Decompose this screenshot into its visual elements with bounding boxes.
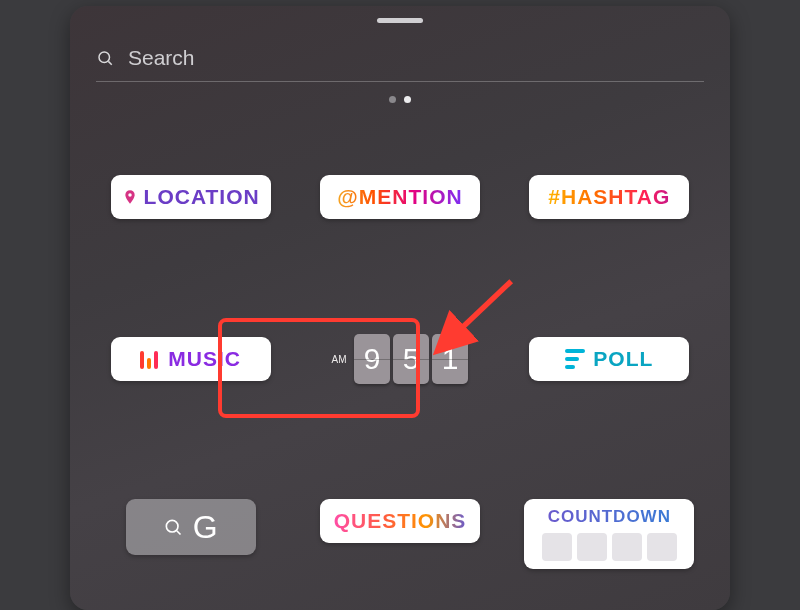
page-dot-1[interactable] [404, 96, 411, 103]
sticker-music[interactable]: MUSIC [111, 337, 271, 381]
screenshot-frame: LOCATION @MENTION #HASHTAG MUSIC AM 9 5 … [0, 0, 800, 610]
time-digit-1: 9 [354, 334, 390, 384]
sticker-label: LOCATION [144, 185, 260, 209]
time-digit-2: 5 [393, 334, 429, 384]
page-dot-0[interactable] [389, 96, 396, 103]
search-icon [96, 49, 114, 67]
countdown-slots [542, 533, 677, 561]
location-pin-icon [122, 189, 138, 205]
sticker-label: COUNTDOWN [548, 507, 671, 527]
sticker-location[interactable]: LOCATION [111, 175, 271, 219]
sticker-questions[interactable]: QUESTIONS [320, 499, 480, 543]
sticker-grid: LOCATION @MENTION #HASHTAG MUSIC AM 9 5 … [96, 175, 704, 569]
sticker-hashtag[interactable]: #HASHTAG [529, 175, 689, 219]
sticker-countdown[interactable]: COUNTDOWN [524, 499, 694, 569]
svg-point-3 [166, 520, 178, 532]
svg-line-4 [176, 531, 180, 535]
search-icon [163, 517, 183, 537]
sticker-label: MUSIC [168, 347, 241, 371]
sticker-label: G [193, 509, 219, 546]
svg-line-1 [108, 61, 111, 64]
svg-point-2 [128, 193, 131, 196]
sticker-panel: LOCATION @MENTION #HASHTAG MUSIC AM 9 5 … [70, 6, 730, 610]
sticker-gif[interactable]: G [126, 499, 256, 555]
svg-point-0 [99, 52, 110, 63]
time-ampm: AM [331, 354, 346, 365]
poll-bars-icon [565, 349, 585, 369]
drag-handle[interactable] [377, 18, 423, 23]
sticker-label: QUESTIONS [334, 509, 467, 533]
sticker-mention[interactable]: @MENTION [320, 175, 480, 219]
music-bars-icon [140, 349, 158, 369]
sticker-poll[interactable]: POLL [529, 337, 689, 381]
search-input[interactable] [128, 46, 704, 70]
sticker-label: #HASHTAG [548, 185, 670, 209]
time-digit-3: 1 [432, 334, 468, 384]
sticker-label: POLL [593, 347, 653, 371]
sticker-time[interactable]: AM 9 5 1 [331, 337, 468, 381]
page-indicator [70, 96, 730, 103]
search-row[interactable] [96, 46, 704, 82]
sticker-label: @MENTION [337, 185, 462, 209]
